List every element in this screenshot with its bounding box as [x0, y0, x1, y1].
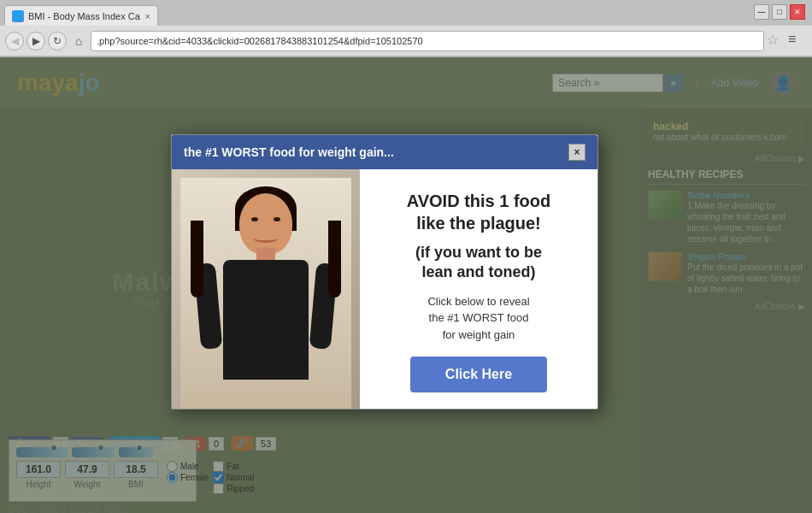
- click-here-button[interactable]: Click Here: [410, 357, 547, 392]
- minimize-button[interactable]: —: [754, 4, 769, 20]
- tab-bar: 🌐 BMI - Body Mass Index Ca × — □ ✕: [0, 0, 812, 26]
- click-below-text: Click below to reveal the #1 WORST food …: [427, 293, 529, 344]
- back-button[interactable]: ◀: [5, 32, 24, 50]
- body-top: [223, 260, 309, 380]
- bookmark-button[interactable]: ☆: [767, 32, 786, 50]
- face: [239, 193, 292, 255]
- popup-body: AVOID this 1 food like the plague! (if y…: [172, 169, 597, 409]
- popup-close-button[interactable]: ×: [568, 144, 585, 161]
- nav-bar: ◀ ▶ ↻ ⌂ .php?source=rh&cid=4033&clickid=…: [0, 26, 812, 56]
- popup-text-area: AVOID this 1 food like the plague! (if y…: [360, 169, 597, 409]
- home-button[interactable]: ⌂: [69, 32, 88, 50]
- popup-dialog: the #1 WORST food for weight gain... ×: [171, 134, 598, 410]
- browser-menu-button[interactable]: ≡: [788, 32, 807, 50]
- maximize-button[interactable]: □: [772, 4, 787, 20]
- lean-text: (if you want to be lean and toned): [415, 243, 542, 283]
- popup-header: the #1 WORST food for weight gain... ×: [172, 135, 597, 169]
- forward-button[interactable]: ▶: [26, 32, 45, 50]
- close-button[interactable]: ✕: [790, 4, 805, 20]
- tab-close-button[interactable]: ×: [145, 11, 150, 21]
- hair-right: [328, 221, 341, 298]
- browser-chrome: 🌐 BMI - Body Mass Index Ca × — □ ✕ ◀ ▶ ↻…: [0, 0, 812, 57]
- page-background: mayajo » | Add Video 👤 Malware Tips Your…: [0, 57, 812, 513]
- refresh-button[interactable]: ↻: [48, 32, 67, 50]
- tab-label: BMI - Body Mass Index Ca: [28, 11, 141, 21]
- address-bar[interactable]: .php?source=rh&cid=4033&clickid=00268178…: [91, 31, 764, 51]
- popup-header-title: the #1 WORST food for weight gain...: [184, 145, 394, 159]
- browser-tab[interactable]: 🌐 BMI - Body Mass Index Ca ×: [4, 5, 158, 26]
- address-text: .php?source=rh&cid=4033&clickid=00268178…: [97, 36, 423, 46]
- popup-image: [172, 169, 360, 409]
- person-figure: [180, 178, 351, 409]
- right-eye: [274, 217, 280, 221]
- window-controls: — □ ✕: [744, 0, 812, 24]
- tab-favicon-icon: 🌐: [12, 10, 24, 22]
- smile: [254, 234, 278, 243]
- hair-left: [191, 221, 203, 298]
- avoid-text: AVOID this 1 food like the plague!: [407, 190, 551, 234]
- left-eye: [251, 217, 258, 221]
